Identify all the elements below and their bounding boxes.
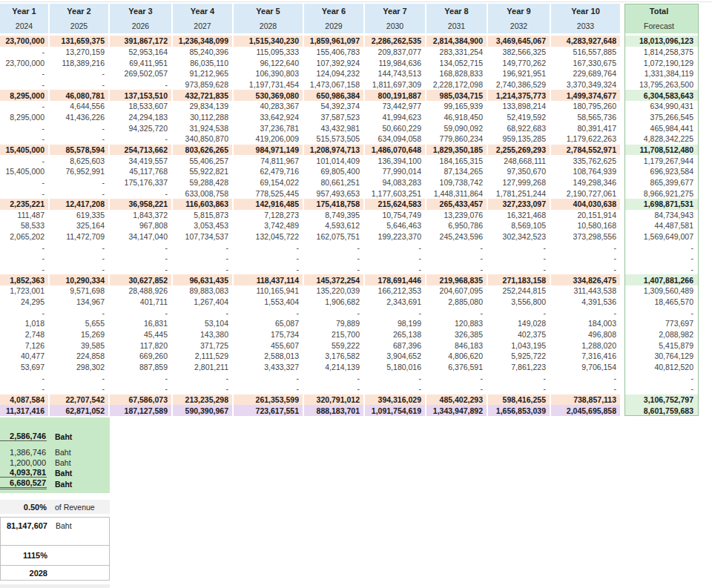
table-cell[interactable]: 76,952,991 [50,166,110,177]
table-cell[interactable]: 778,525,445 [234,188,304,199]
table-cell[interactable]: - [234,372,304,383]
table-cell[interactable]: 46,918,450 [426,112,488,123]
table-cell[interactable]: - [0,242,50,253]
table-cell[interactable]: - [304,383,365,394]
table-cell[interactable]: 54,392,374 [304,101,365,112]
table-cell[interactable]: 34,147,040 [110,231,173,242]
table-cell[interactable]: 213,235,298 [173,394,234,406]
table-cell[interactable]: - [0,253,50,264]
table-cell[interactable]: 133,898,214 [488,101,551,112]
total-cell[interactable]: - [624,307,699,318]
revenue-percent-value[interactable]: 0.50% [0,503,47,512]
table-cell[interactable]: - [50,372,110,383]
table-cell[interactable]: - [0,47,50,58]
amount-value[interactable]: 81,147,607 [1,521,47,530]
table-cell[interactable]: 45,445 [110,329,173,340]
table-cell[interactable]: 67,586,073 [110,394,173,406]
table-cell[interactable]: 86,035,110 [173,57,234,68]
table-cell[interactable]: 80,661,251 [304,177,365,188]
table-cell[interactable]: 1,091,754,619 [365,405,426,416]
table-cell[interactable]: 40,283,367 [234,101,304,112]
table-cell[interactable]: 7,316,416 [551,351,622,362]
table-cell[interactable]: - [0,101,50,112]
table-cell[interactable]: 8,749,395 [304,210,365,221]
total-cell[interactable]: 1,072,190,129 [624,57,699,68]
table-cell[interactable]: 4,806,620 [426,351,488,362]
table-cell[interactable]: 1,843,372 [110,210,173,221]
table-cell[interactable]: 108,764,939 [551,166,622,177]
table-cell[interactable]: 224,858 [50,351,110,362]
table-cell[interactable]: 145,372,254 [304,274,365,285]
table-cell[interactable]: - [173,383,234,394]
table-cell[interactable]: 120,883 [426,318,488,329]
year-number-cell[interactable]: 2028 [234,19,304,33]
table-cell[interactable]: - [551,372,622,383]
table-cell[interactable]: 5,815,873 [173,210,234,221]
table-cell[interactable]: 69,411,951 [110,57,173,68]
table-cell[interactable]: 167,330,675 [551,57,622,68]
total-cell[interactable]: - [624,383,699,394]
table-cell[interactable]: 65,087 [234,318,304,329]
table-cell[interactable]: 24,295 [0,297,50,308]
table-cell[interactable]: 3,433,327 [234,362,304,373]
table-cell[interactable]: 215,624,583 [365,199,426,210]
table-cell[interactable]: - [110,188,173,199]
table-cell[interactable]: 2,065,202 [0,231,50,242]
table-cell[interactable]: 2,255,269,293 [488,145,551,156]
table-cell[interactable]: 166,212,353 [365,285,426,297]
year-number-cell[interactable]: 2026 [110,19,173,33]
table-cell[interactable]: 265,433,457 [426,199,488,210]
table-cell[interactable]: 8,625,603 [50,155,110,166]
table-cell[interactable]: 59,090,092 [426,122,488,133]
table-cell[interactable]: 135,220,039 [304,285,365,297]
table-cell[interactable]: - [365,307,426,318]
table-cell[interactable]: 1,236,348,099 [173,36,234,47]
table-cell[interactable]: 2,885,080 [426,297,488,308]
table-cell[interactable]: 4,214,139 [304,362,365,373]
table-cell[interactable]: 229,689,764 [551,68,622,79]
summary-value[interactable]: 1,386,746 [0,448,47,457]
table-cell[interactable]: 598,416,255 [488,394,551,406]
table-cell[interactable]: 2,343,691 [365,297,426,308]
table-cell[interactable]: 85,240,396 [173,47,234,58]
table-cell[interactable]: 634,094,058 [365,133,426,145]
table-cell[interactable]: 55,922,821 [173,166,234,177]
table-cell[interactable]: 1,343,947,892 [426,405,488,416]
table-cell[interactable]: 94,325,720 [110,122,173,133]
summary-row[interactable]: 4,093,781 Baht [0,467,110,478]
table-cell[interactable]: - [304,372,365,383]
table-cell[interactable]: - [304,307,365,318]
table-cell[interactable]: - [110,79,173,90]
table-cell[interactable]: 98,199 [365,318,426,329]
table-cell[interactable]: 404,030,638 [551,199,622,210]
year-header-cell[interactable]: Year 1 [0,4,50,19]
table-cell[interactable]: 136,394,100 [365,155,426,166]
table-cell[interactable]: 215,700 [304,329,365,340]
table-cell[interactable]: - [0,155,50,166]
table-cell[interactable]: 134,967 [50,297,110,308]
table-cell[interactable]: 5,925,722 [488,351,551,362]
table-cell[interactable]: 15,405,000 [0,166,50,177]
table-cell[interactable]: 149,298,346 [551,177,622,188]
total-cell[interactable]: 6,304,583,643 [624,90,699,101]
table-cell[interactable]: 91,212,965 [173,68,234,79]
table-cell[interactable]: 888,183,701 [304,405,365,416]
table-cell[interactable]: 1,486,070,648 [365,145,426,156]
year-row[interactable]: 2028 [1,566,109,580]
table-cell[interactable]: - [551,383,622,394]
table-cell[interactable]: - [234,264,304,275]
total-cell[interactable]: 40,812,520 [624,362,699,373]
table-cell[interactable]: 7,126 [0,340,50,351]
table-cell[interactable]: 116,603,863 [173,199,234,210]
table-cell[interactable]: 515,573,505 [304,133,365,145]
table-cell[interactable]: 1,043,195 [488,340,551,351]
table-cell[interactable]: 178,691,446 [365,274,426,285]
table-cell[interactable]: 1,515,340,230 [234,36,304,47]
table-cell[interactable]: - [488,383,551,394]
table-cell[interactable]: - [365,253,426,264]
year-value[interactable]: 2028 [1,569,47,578]
table-cell[interactable]: 3,904,652 [365,351,426,362]
table-cell[interactable]: 1,288,020 [551,340,622,351]
table-cell[interactable]: 219,968,835 [426,274,488,285]
table-cell[interactable]: 302,342,523 [488,231,551,242]
